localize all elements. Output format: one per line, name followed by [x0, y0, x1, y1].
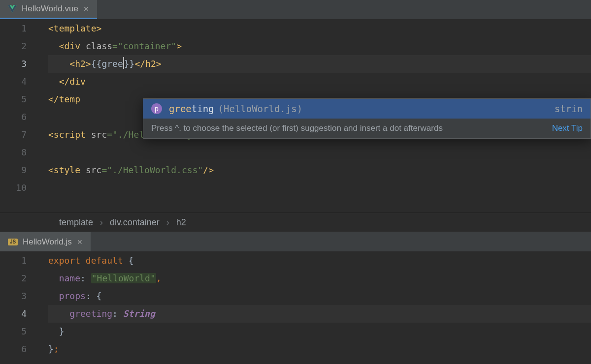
- close-icon[interactable]: ✕: [83, 5, 89, 13]
- chevron-right-icon: ›: [100, 217, 103, 228]
- breadcrumb-item[interactable]: h2: [176, 217, 186, 228]
- next-tip-link[interactable]: Next Tip: [552, 123, 583, 133]
- gutter: 1 2 3 4 5 6: [0, 252, 39, 358]
- close-icon[interactable]: ✕: [77, 238, 83, 246]
- js-icon: JS: [8, 239, 18, 245]
- property-icon: p: [151, 103, 162, 114]
- breadcrumb-item[interactable]: template: [59, 217, 93, 228]
- tab-label: HelloWorld.vue: [22, 4, 78, 14]
- tab-label: HelloWorld.js: [23, 237, 72, 247]
- autocomplete-item[interactable]: p greeting (HelloWorld.js) strin: [143, 99, 591, 119]
- tab-bar-bottom: JS HelloWorld.js ✕: [0, 232, 591, 252]
- vue-icon: [8, 5, 17, 13]
- tab-helloworld-js[interactable]: JS HelloWorld.js ✕: [0, 232, 91, 251]
- breadcrumb: template › div.container › h2: [0, 212, 591, 232]
- tab-bar-top: HelloWorld.vue ✕: [0, 0, 591, 20]
- autocomplete-hint: Press ^. to choose the selected (or firs…: [143, 119, 591, 138]
- code-area[interactable]: <template> <div class="container"> <h2>{…: [39, 20, 591, 212]
- tab-helloworld-vue[interactable]: HelloWorld.vue ✕: [0, 0, 97, 19]
- breadcrumb-item[interactable]: div.container: [110, 217, 160, 228]
- code-area[interactable]: export default { name: "HelloWorld", pro…: [39, 252, 591, 358]
- gutter: 1 2 3 4 5 6 7 8 9 10: [0, 20, 39, 212]
- editor-js[interactable]: 1 2 3 4 5 6 export default { name: "Hell…: [0, 252, 591, 358]
- autocomplete-popup: p greeting (HelloWorld.js) strin Press ^…: [143, 98, 591, 139]
- chevron-right-icon: ›: [166, 217, 169, 228]
- editor-vue[interactable]: 1 2 3 4 5 6 7 8 9 10 <template> <div cla…: [0, 20, 591, 212]
